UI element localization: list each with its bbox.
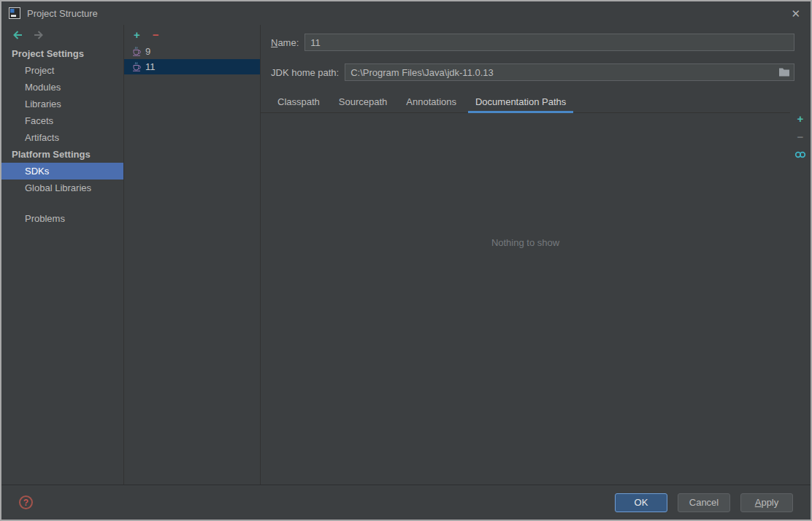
history-nav xyxy=(1,25,123,45)
sdk-list-panel: + − 9 xyxy=(124,25,261,485)
project-structure-icon xyxy=(9,7,20,19)
tabs-zone: Classpath Sourcepath Annotations Documen… xyxy=(261,92,811,485)
browse-folder-icon[interactable] xyxy=(778,67,790,77)
sdk-list-toolbar: + − xyxy=(124,25,260,44)
tab-classpath[interactable]: Classpath xyxy=(268,92,329,112)
tab-sourcepath[interactable]: Sourcepath xyxy=(329,92,397,112)
section-header-project-settings: Project Settings xyxy=(1,45,123,62)
jdk-home-input[interactable] xyxy=(345,63,794,81)
sidebar-item-libraries[interactable]: Libraries xyxy=(1,96,123,112)
title-bar: Project Structure ✕ xyxy=(1,1,811,25)
back-arrow-icon[interactable] xyxy=(12,31,23,39)
add-path-icon[interactable]: + xyxy=(794,112,806,124)
jdk-home-field-row: JDK home path: xyxy=(271,63,794,81)
empty-state-text: Nothing to show xyxy=(261,237,790,248)
sidebar-item-artifacts[interactable]: Artifacts xyxy=(1,129,123,146)
jdk-home-label: JDK home path: xyxy=(271,67,339,78)
project-structure-dialog: Project Structure ✕ Project Settings P xyxy=(0,0,812,521)
content-toolbar: + − xyxy=(790,92,811,485)
forward-arrow-icon[interactable] xyxy=(34,31,44,39)
sidebar-item-global-libraries[interactable]: Global Libraries xyxy=(1,180,123,196)
window-title: Project Structure xyxy=(27,8,98,19)
sidebar-item-sdks[interactable]: SDKs xyxy=(1,163,123,180)
sidebar-item-problems[interactable]: Problems xyxy=(1,210,123,227)
dialog-footer: ? OK Cancel Apply xyxy=(1,485,811,520)
specify-url-link-icon[interactable] xyxy=(794,149,806,161)
java-sdk-icon xyxy=(132,47,141,56)
tab-bar: Classpath Sourcepath Annotations Documen… xyxy=(261,92,790,113)
help-icon[interactable]: ? xyxy=(19,495,33,509)
settings-sidebar: Project Settings Project Modules Librari… xyxy=(1,25,124,485)
tabs-area: Classpath Sourcepath Annotations Documen… xyxy=(261,92,790,485)
name-field-row: Name: xyxy=(271,34,794,51)
sdk-list-item-11[interactable]: 11 xyxy=(124,59,260,74)
java-sdk-icon xyxy=(132,62,141,72)
name-label: Name: xyxy=(271,37,299,48)
tab-documentation-paths[interactable]: Documentation Paths xyxy=(466,92,575,112)
sdk-detail-panel: Name: JDK home path: Classpat xyxy=(261,25,811,485)
section-header-platform-settings: Platform Settings xyxy=(1,146,123,163)
documentation-paths-content: Nothing to show xyxy=(261,113,790,485)
remove-sdk-icon[interactable]: − xyxy=(153,29,159,40)
ok-button[interactable]: OK xyxy=(615,493,667,512)
add-sdk-icon[interactable]: + xyxy=(134,29,140,40)
sidebar-item-project[interactable]: Project xyxy=(1,62,123,79)
sidebar-item-facets[interactable]: Facets xyxy=(1,112,123,129)
sdk-name-input[interactable] xyxy=(304,34,794,51)
sdk-list-item-9[interactable]: 9 xyxy=(124,44,260,59)
tab-annotations[interactable]: Annotations xyxy=(397,92,466,112)
sdk-item-label: 11 xyxy=(145,61,156,72)
sidebar-item-modules[interactable]: Modules xyxy=(1,79,123,96)
apply-button[interactable]: Apply xyxy=(740,493,793,512)
cancel-button[interactable]: Cancel xyxy=(678,493,730,512)
sdk-item-label: 9 xyxy=(145,46,150,57)
remove-path-icon[interactable]: − xyxy=(794,131,806,142)
close-icon[interactable]: ✕ xyxy=(791,8,800,19)
dialog-body: Project Settings Project Modules Librari… xyxy=(1,25,811,485)
